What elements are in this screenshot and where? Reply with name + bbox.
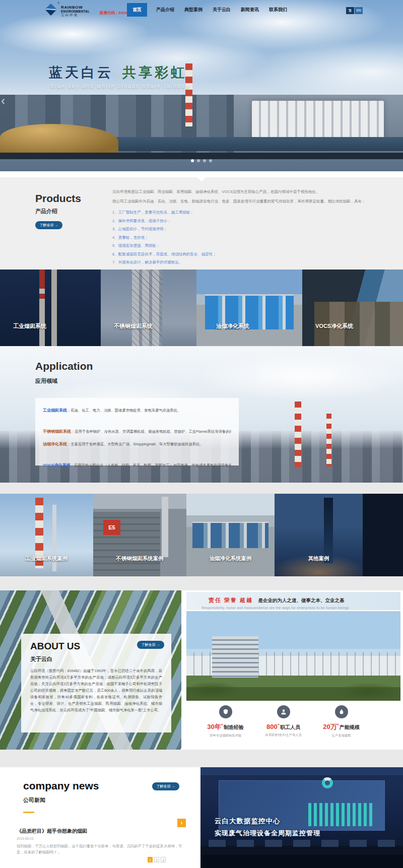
page-button-1[interactable]: 1 — [148, 857, 153, 862]
article-title[interactable]: 《品质栏目》超乎你想象的烟囱 — [17, 828, 185, 835]
nav-item-contact[interactable]: 联系我们 — [268, 5, 288, 15]
desks-graphic — [200, 846, 403, 868]
chimney-graphic — [162, 497, 168, 557]
feature-item: 5、现场安装便捷、周期短； — [112, 242, 379, 250]
image-shade — [0, 270, 101, 346]
about-more-button[interactable]: 了解全部 → — [137, 641, 164, 649]
article-excerpt: 说到烟囱，千万让人联想到烟囱，这个我们看着十分新奇，与普通、沉闷的不了千姿的提及… — [17, 843, 185, 855]
products-feature-list: 1、工厂预制生产，质量可控性高，施工周期短； 2、操作空间要求低，现场干扰小； … — [112, 209, 379, 267]
case-card-stainless-chimney[interactable]: E5 不锈钢烟囱系统案例 — [93, 494, 186, 576]
company-logo-text: RAINBOW ENVIRONMENTAL 云白环境 — [61, 6, 90, 17]
stat-experience: 30年+制造经验 30年专业烟囱制造经验 — [196, 703, 254, 743]
case-card-partial[interactable] — [363, 494, 403, 576]
divider-band — [0, 750, 403, 767]
language-switch: 繁 EN — [346, 7, 363, 14]
nav-item-cases[interactable]: 典型案例 — [183, 5, 204, 15]
photo-overlay-text: 云白大数据监控中心 实现废气治理设备全周期监控管理 — [215, 817, 320, 838]
application-row: 油烟净化系统：主要应用于各种酒店、大型商业广场、Shoppingmall、等大型… — [43, 438, 231, 447]
news-more-button[interactable]: 了解全部 → — [152, 782, 179, 790]
carousel-dot[interactable] — [197, 159, 200, 162]
product-image-row: 工业烟囱系统 不锈钢烟囱系统 油烟净化系统 VOCS净化系统 — [0, 270, 403, 346]
hero-title: 蓝天白云共享彩虹 — [49, 63, 187, 82]
about-section: ABOUT US 了解全部 → 关于云白 云白环境（股票代码：839462）始建… — [0, 590, 403, 767]
application-section: Application 应用领域 工业烟囱系统：石油、化工、电力、冶炼、固体废弃… — [0, 346, 403, 483]
building-wing-graphic — [212, 636, 258, 678]
about-card: ABOUT US 了解全部 → 关于云白 云白环境（股票代码：839462）始建… — [21, 634, 171, 732]
case-card-industrial-chimney[interactable]: 工业烟囱系统案例 — [0, 494, 93, 576]
news-article[interactable]: 《品质栏目》超乎你想象的烟囱 2019-08-03 说到烟囱，千万让人联想到烟囱… — [17, 828, 185, 855]
nav-item-products[interactable]: 产品介绍 — [155, 5, 175, 15]
chimney-graphic — [295, 402, 301, 467]
hero-plant-photo — [0, 95, 403, 159]
stat-staff: 800+职工人员 具有研发/技术/生产等人员 — [254, 703, 312, 743]
news-next-arrow[interactable]: › — [177, 819, 186, 827]
image-shade — [101, 270, 196, 346]
hero-banner: 蓝天白云共享彩虹 Blue sky and white clouds share… — [0, 0, 403, 171]
nav-item-news[interactable]: 新闻资讯 — [240, 5, 260, 15]
page-button-2[interactable]: 2 — [154, 857, 159, 862]
products-heading: Products 产品介绍 了解全部 → — [35, 192, 81, 229]
feature-item: 7、外观美化设计，解决棘手的邻避效应。 — [112, 258, 379, 267]
main-nav: 首页 产品介绍 典型案例 关于云白 新闻资讯 联系我们 — [127, 0, 288, 19]
products-intro: 云白环境集团以工业烟囱、商业烟囱、家用烟囱、油烟净化系统、VOCS治理为主营核心… — [112, 189, 379, 267]
feature-item: 3、占地面积小，节约现场空间； — [112, 225, 379, 234]
carousel-dot[interactable] — [203, 159, 206, 162]
registered-mark: ® — [57, 2, 59, 5]
application-row: 不锈钢烟囱系统：应用于各种锅炉、冷热水器、空调直燃机组、柴油发电机组、焚烧炉、工… — [43, 426, 231, 435]
news-title-en: company news — [23, 780, 99, 792]
divider-band — [0, 576, 403, 590]
application-title-en: Application — [35, 360, 93, 372]
stat-capacity: 20万+产能规模 生产基地规模 — [312, 703, 370, 743]
products-intro-line1: 云白环境集团以工业烟囱、商业烟囱、家用烟囱、油烟净化系统、VOCS治理为主营核心… — [112, 189, 379, 194]
droplet-icon — [335, 705, 348, 718]
e5-sign: E5 — [103, 520, 120, 535]
nav-item-about[interactable]: 关于云白 — [212, 5, 232, 15]
product-card-fume-purification[interactable]: 油烟净化系统 — [196, 270, 302, 346]
values-rest: 是企业的为人之道、做事之本、立业之基 — [258, 597, 345, 603]
page: 蓝天白云共享彩虹 Blue sky and white clouds share… — [0, 0, 403, 868]
page-button-3[interactable]: 3 — [161, 857, 166, 862]
tower-graphic — [324, 498, 333, 563]
values-banner: 责任 荣誉 超越 是企业的为人之道、做事之本、立业之基 Responsibili… — [186, 592, 400, 610]
application-row: 工业烟囱系统：石油、化工、电力、冶炼、固体废弃物处置、发电等废气排放系统。 — [43, 405, 231, 414]
shield-icon — [219, 705, 232, 718]
carousel-prev-icon[interactable]: ‹ — [1, 95, 5, 107]
products-title-cn: 产品介绍 — [35, 208, 81, 215]
equipment-graphic — [192, 522, 268, 548]
product-card-industrial-chimney[interactable]: 工业烟囱系统 — [0, 270, 101, 346]
application-row: VOCS净化系统：应用于中小型企业（人造板、印刷、家具、制胶、塑胶加工）对高效率… — [43, 459, 231, 469]
article-date: 2019-08-03 — [17, 837, 185, 840]
values-english: Responsibility, honor and transcendence … — [202, 606, 400, 610]
site-header: ® RAINBOW ENVIRONMENTAL 云白环境 股票代码：839462… — [0, 0, 403, 19]
person-icon — [277, 705, 290, 718]
carousel-dot[interactable] — [209, 159, 212, 162]
lang-traditional-button[interactable]: 繁 — [346, 7, 354, 14]
section-notch — [197, 177, 206, 181]
nav-item-home[interactable]: 首页 — [127, 3, 147, 17]
plant-ground — [0, 153, 403, 159]
about-building-photo — [186, 611, 400, 701]
products-more-button[interactable]: 了解全部 → — [35, 221, 62, 229]
values-highlight: 责任 荣誉 超越 — [209, 597, 253, 603]
feature-item: 6、配套减振阻尼器技术，荷载低，增强结构的安全、稳定性； — [112, 250, 379, 259]
chimney-graphic — [326, 414, 331, 466]
pagination: 1 2 3 — [148, 857, 166, 862]
about-body: 云白环境（股票代码：839462）始建于1993年，至今已历经二十余年的风雨，目… — [30, 667, 162, 713]
news-title-cn: 公司新闻 — [23, 796, 45, 804]
hero-subtitle: Blue sky and white clouds share rainbow — [50, 84, 190, 89]
carousel-dot[interactable] — [191, 159, 194, 162]
news-section: company news 公司新闻 了解全部 → 《品质栏目》超乎你想象的烟囱 … — [0, 767, 403, 868]
case-card-fume-purification[interactable]: 油烟净化系统案例 — [186, 494, 275, 576]
product-card-stainless-chimney[interactable]: 不锈钢烟囱系统 — [101, 270, 196, 346]
carousel-dots[interactable] — [0, 159, 403, 162]
feature-item: 4、质量轻，造价低； — [112, 234, 379, 242]
case-image-row: 工业烟囱系统案例 E5 不锈钢烟囱系统案例 油烟净化系统案例 其他案例 — [0, 494, 403, 576]
application-list: 工业烟囱系统：石油、化工、电力、冶炼、固体废弃物处置、发电等废气排放系统。 不锈… — [35, 398, 239, 465]
application-title-cn: 应用领域 — [35, 377, 57, 385]
case-card-other[interactable]: 其他案例 — [275, 494, 363, 576]
monitoring-center-photo: 云白大数据监控中心 实现废气治理设备全周期监控管理 — [200, 767, 403, 868]
company-logo-icon — [44, 3, 57, 16]
product-card-vocs[interactable]: VOCS净化系统 — [302, 270, 403, 346]
lang-en-button[interactable]: EN — [355, 7, 363, 14]
about-title-cn: 关于云白 — [30, 655, 162, 663]
